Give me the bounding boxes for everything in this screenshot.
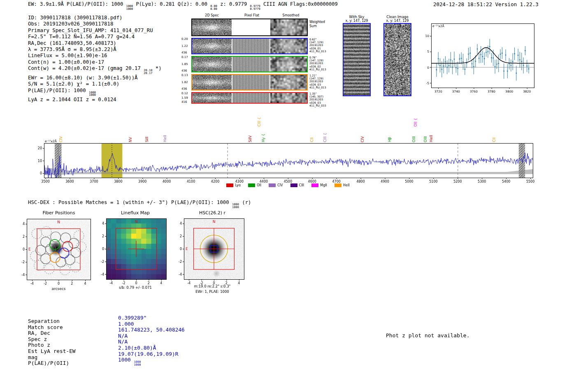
match-row-label: Separation (28, 318, 76, 325)
stacked-fraction: 20.1820.17 (144, 69, 152, 75)
lineflux-map-caption: s/b: 0.79 +/- 0.071 (100, 285, 171, 290)
legend-swatch (311, 183, 318, 187)
cutout-image (270, 93, 307, 103)
header-summary: EW: 3.9±1.9Å P(LAE)/P(OII): 1000 1000100… (28, 1, 338, 11)
with-sky-title: With Sky (343, 15, 371, 19)
text-segment: EWr = 16.00(±8.10) (w: 3.90(±1.50))Å (28, 75, 138, 81)
cutout-row (191, 19, 308, 36)
cutout-image (232, 39, 269, 53)
header-datetime-version: 2024-12-28 18:51:22 Version 1.22.3 (433, 1, 539, 7)
elixer-detection-report: EW: 3.9±1.9Å P(LAE)/P(OII): 1000 1000100… (0, 0, 576, 392)
with-sky-caption: x, y: 147, 129 (340, 19, 374, 23)
cutout-row-left-values: 0.171.85436 (181, 56, 190, 72)
cutout-image (192, 75, 232, 90)
text-segment: λ = 3773.95Å σ = 8.95(±3.22)Å (28, 46, 116, 52)
cutout-image (192, 39, 232, 53)
hsc-cutout-caption-1: m:19.0 re:2.2" s:0.3" (173, 284, 252, 288)
legend-item: MgII (311, 183, 327, 187)
stacked-fraction: 10001000 (232, 203, 239, 209)
stacked-fraction: 10001000 (134, 361, 141, 366)
info-line: Cont(w) = 4.20(±0.02)e-17 (gmag 20.17 20… (28, 65, 162, 75)
legend-label: HeII (343, 183, 350, 187)
text-segment: 1.000 (118, 321, 134, 327)
match-row-value: 19.07(19.06,19.09)R (118, 351, 185, 357)
legend-swatch (248, 183, 255, 187)
cutout-image (270, 19, 307, 35)
hsc-cutout-canvas (176, 215, 249, 292)
legend-label: CIV (277, 183, 283, 187)
line-fit-plot-canvas (416, 20, 538, 95)
text-segment: HSC-DEX : Possible Matches = 1 (within +… (28, 199, 232, 205)
match-row-value: 161.748223, 50.408246 (118, 327, 185, 333)
cutout-image (232, 93, 269, 103)
text-segment: P(Lyα): 0.281 Q(z): 0.00 (133, 1, 210, 7)
text-segment: ID: 3090117818 (3090117818.pdf) (28, 15, 123, 21)
legend-swatch (269, 183, 276, 187)
text-segment: EW: 3.9±1.9Å (28, 1, 67, 7)
cutout-row (191, 92, 308, 104)
text-segment: RA,Dec (161.748093,50.408173) (28, 40, 116, 46)
cutout-row-left-values: 0.201.22436 (181, 38, 190, 54)
text-segment: 0.399289" (118, 315, 146, 321)
info-line: Obs: 20191203v026_3090117818 (28, 21, 162, 27)
legend-item: Lyα (226, 183, 241, 187)
info-line: LineFlux = 5.00(±1.90)e-16 (28, 53, 162, 59)
text-segment: Cont(n) = 1.00(±0.00)e-17 (28, 59, 104, 65)
text-segment: Cont(w) = 4.20(±0.02)e-17 (gmag 20.17 (28, 65, 144, 71)
text-segment: N/A (118, 339, 128, 345)
legend-item: CIV (269, 183, 283, 187)
cutout-row (191, 74, 308, 90)
match-row-label: Match score (28, 325, 76, 331)
text-segment: 1000 (118, 357, 134, 363)
text-segment: LyA z = 2.1044 OII z = 0.0124 (28, 97, 116, 102)
cutout-image (270, 75, 307, 90)
text-segment: Obs: 20191203v026_3090117818 (28, 21, 113, 27)
stacked-fraction: 0.000.00 (210, 5, 217, 11)
info-line: LyA z = 2.1044 OII z = 0.0124 (28, 97, 162, 103)
lineflux-map-canvas (100, 215, 171, 292)
cutout-row-left-values: 0.121.59416 (181, 92, 190, 104)
cutout-image (232, 19, 269, 35)
match-row-label: Est LyA rest-EW (28, 348, 76, 355)
col-header-2d-spec: 2D Spec (197, 14, 226, 17)
match-row-label: P(LAE)/P(OII) (28, 360, 76, 366)
cutout-image (192, 57, 232, 72)
legend-swatch (290, 183, 297, 187)
spectrum-legend: LyαOIICIVCIIIMgIIHeII (173, 183, 403, 187)
legend-swatch (334, 183, 341, 187)
cutout-row (191, 38, 308, 54)
info-line: Primary Spec_Slot_IFU_AMP: 411_014_077_R… (28, 28, 162, 34)
cutout-image (192, 93, 232, 103)
legend-label: CIII (299, 183, 304, 187)
text-segment: P(LAE)/P(OII): 1000 (28, 88, 89, 93)
match-row-value: 1.000 (118, 321, 185, 327)
cutout-row-annotation: 0.62"(147, 129)20191203v026_01411_RU_013 (309, 38, 326, 53)
cutout-row (191, 56, 308, 72)
text-segment: Primary Spec_Slot_IFU_AMP: 411_014_077_R… (28, 28, 153, 33)
legend-swatch (226, 183, 233, 187)
match-row-value: 2.10(±0.80)Å (118, 345, 185, 351)
match-table-labels: SeparationMatch scoreRA, DecSpec zPhoto … (28, 318, 76, 366)
match-row-label: Photo z (28, 342, 76, 348)
detection-info-block: ID: 3090117818 (3090117818.pdf)Obs: 2019… (28, 15, 162, 103)
clean-image-canvas (384, 24, 411, 95)
cutout-row-annotation: 1.21"(147, 129)20191203v026_03411_RU_013 (309, 74, 326, 89)
match-row-value: N/A (118, 339, 185, 345)
weighted-sum-label: WeightedSum (309, 20, 325, 28)
match-row-label: mag (28, 355, 76, 361)
match-row-value: 0.399289" (118, 315, 185, 321)
cutout-row-annotation: 0.76"(147, 129)20191203v026_02411_RU_013 (309, 56, 326, 71)
info-line: λ = 3773.95Å σ = 8.95(±3.22)Å (28, 46, 162, 53)
text-segment: S/N = 5.1(±2.0) χ² = 1.1(±0.0) (28, 81, 119, 87)
with-sky-canvas (344, 24, 370, 95)
col-header-pixel-flat: Pixel Flat (237, 14, 266, 17)
clean-image-frame (383, 23, 411, 96)
info-line: EWr = 16.00(±8.10) (w: 3.90(±1.50))Å (28, 75, 162, 81)
clean-image-title: Clean Image (383, 15, 411, 19)
full-spectrum-canvas (35, 139, 538, 186)
text-segment: LineFlux = 5.00(±1.90)e-16 (28, 53, 107, 58)
cutout-image (232, 57, 269, 72)
text-segment: F=2.5" T=0.112 N̄=1.56 A=0.77 g=24.4 (28, 34, 135, 39)
text-segment: CIII AGN Flags:0x00000009 (260, 1, 338, 7)
cutout-image (270, 57, 307, 72)
